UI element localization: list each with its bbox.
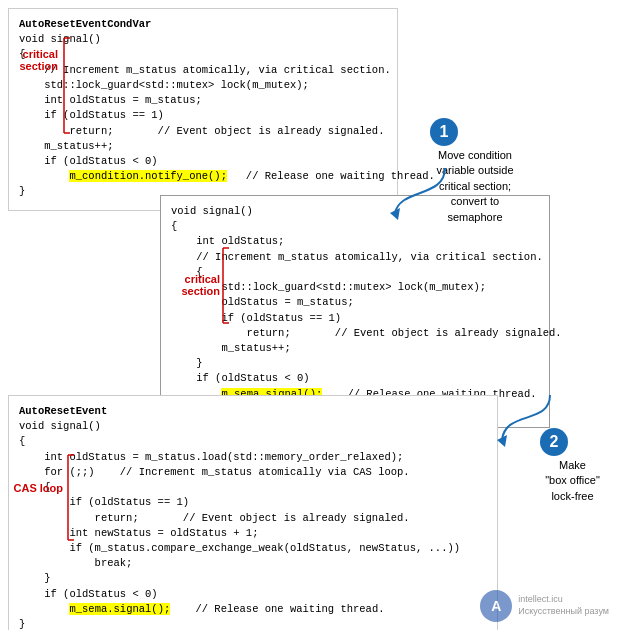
watermark: A intellect.icu Искусственный разум: [480, 590, 609, 622]
cas-brace: [60, 455, 76, 540]
annotation-2-text: Make"box office"lock-free: [530, 458, 615, 504]
arrow-2: [500, 395, 570, 450]
bottom-code-content: void signal() { int oldStatus = m_status…: [19, 419, 487, 630]
annotation-1-number: 1: [440, 123, 449, 141]
arrow-1: [390, 168, 470, 223]
critical-brace-top: [56, 38, 72, 133]
bottom-code-title: AutoResetEvent: [19, 404, 487, 419]
annotation-1-circle: 1: [430, 118, 458, 146]
critical-section-label-middle: criticalsection: [162, 273, 220, 297]
highlight-top: m_condition.notify_one();: [69, 170, 227, 182]
critical-section-label-top: criticalsection: [8, 48, 58, 72]
cas-loop-label: CAS loop: [8, 482, 63, 494]
watermark-text: intellect.icu Искусственный разум: [518, 594, 609, 617]
main-container: AutoResetEventCondVar void signal() { //…: [0, 0, 617, 630]
watermark-icon: A: [480, 590, 512, 622]
bottom-code-block: AutoResetEvent void signal() { int oldSt…: [8, 395, 498, 630]
top-code-content: void signal() { // Increment m_status at…: [19, 32, 387, 199]
watermark-line2: Искусственный разум: [518, 606, 609, 618]
top-code-title: AutoResetEventCondVar: [19, 17, 387, 32]
watermark-line1: intellect.icu: [518, 594, 609, 606]
highlight-bottom: m_sema.signal();: [69, 603, 170, 615]
critical-brace-middle: [215, 248, 231, 323]
